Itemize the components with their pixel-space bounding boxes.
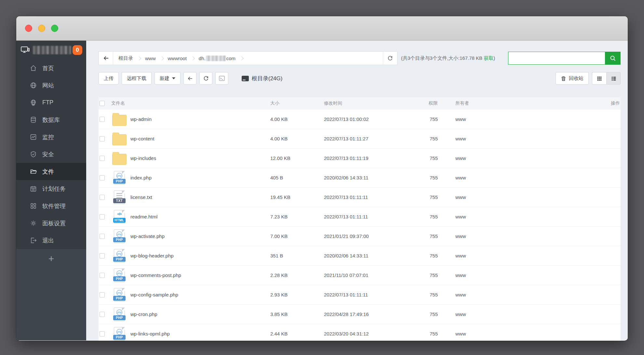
- sidebar-item-logout[interactable]: 退出: [16, 232, 86, 249]
- terminal-button[interactable]: [215, 72, 228, 85]
- breadcrumb-segment-current[interactable]: dh.com: [199, 56, 235, 61]
- file-mtime: 2022/04/28 17:49:16: [324, 311, 422, 317]
- directory-stats: (共3个目录与3个文件,大小:167.78 KB 获取): [401, 55, 495, 61]
- row-checkbox[interactable]: [100, 253, 105, 258]
- list-view-icon: [611, 76, 616, 81]
- row-checkbox[interactable]: [100, 273, 105, 278]
- notification-badge[interactable]: 0: [73, 45, 82, 55]
- file-name[interactable]: wp-admin: [130, 116, 152, 122]
- file-name[interactable]: wp-cron.php: [130, 311, 157, 317]
- header-owner[interactable]: 所有者: [438, 100, 601, 106]
- grid-view-icon: [597, 76, 602, 81]
- grid-view-button[interactable]: [592, 72, 606, 85]
- file-icon: phpPHP: [110, 288, 128, 302]
- row-checkbox[interactable]: [100, 234, 105, 239]
- row-checkbox[interactable]: [100, 156, 105, 161]
- sidebar-item-home[interactable]: 首页: [16, 59, 86, 77]
- file-name[interactable]: index.php: [130, 175, 152, 180]
- file-mtime: 2020/02/06 14:33:11: [324, 253, 422, 258]
- file-name[interactable]: readme.html: [130, 214, 157, 219]
- table-row[interactable]: phpPHP wp-blog-header.php 351 B 2020/02/…: [99, 246, 621, 266]
- header-mtime[interactable]: 修改时间: [324, 100, 422, 106]
- header-filename[interactable]: 文件名: [110, 100, 270, 106]
- view-toggle: [592, 72, 621, 85]
- sidebar-item-gear[interactable]: 面板设置: [16, 215, 86, 232]
- sidebar-item-monitor[interactable]: 监控: [16, 128, 86, 146]
- new-file-dropdown-button[interactable]: 新建: [154, 72, 181, 85]
- file-name[interactable]: wp-config-sample.php: [130, 292, 178, 297]
- list-view-button[interactable]: [606, 72, 621, 85]
- sidebar-item-folder[interactable]: 文件: [16, 163, 86, 180]
- table-row[interactable]: phpPHP wp-activate.php 7.00 KB 2021/01/2…: [99, 227, 621, 246]
- back-button[interactable]: [183, 72, 196, 85]
- table-row[interactable]: phpPHP wp-links-opml.php 2.44 KB 2022/03…: [99, 324, 621, 341]
- row-checkbox[interactable]: [100, 331, 105, 336]
- php-file-icon: phpPHP: [114, 230, 125, 243]
- zoom-window-button[interactable]: [51, 25, 58, 32]
- calc-size-link[interactable]: 获取: [484, 55, 493, 61]
- table-row[interactable]: wp-content 4.00 KB 2022/07/13 01:11:27 7…: [99, 129, 621, 149]
- sidebar-item-database[interactable]: 数据库: [16, 111, 86, 128]
- row-checkbox[interactable]: [100, 292, 105, 297]
- row-checkbox[interactable]: [100, 312, 105, 317]
- select-all-checkbox[interactable]: [100, 101, 105, 106]
- file-mtime: 2022/03/20 04:31:12: [324, 331, 422, 336]
- file-name[interactable]: wp-links-opml.php: [130, 331, 170, 336]
- row-checkbox[interactable]: [100, 136, 105, 141]
- row-checkbox[interactable]: [100, 175, 105, 180]
- minimize-window-button[interactable]: [38, 25, 45, 32]
- header-size[interactable]: 大小: [270, 100, 324, 106]
- sidebar-item-shield[interactable]: 安全: [16, 146, 86, 163]
- row-checkbox[interactable]: [100, 117, 105, 122]
- search-input[interactable]: [508, 52, 605, 64]
- monitor-logo-icon: [21, 46, 30, 54]
- row-checkbox[interactable]: [100, 214, 105, 219]
- recycle-bin-button[interactable]: 回收站: [556, 72, 589, 85]
- table-row[interactable]: phpPHP wp-comments-post.php 2.28 KB 2021…: [99, 266, 621, 285]
- sidebar-item-globe[interactable]: 网站: [16, 77, 86, 94]
- close-window-button[interactable]: [25, 25, 32, 32]
- upload-button[interactable]: 上传: [99, 72, 119, 85]
- file-name[interactable]: wp-includes: [130, 155, 156, 161]
- file-name[interactable]: wp-comments-post.php: [130, 272, 181, 278]
- table-row[interactable]: </>HTML readme.html 7.23 KB 2022/07/13 0…: [99, 207, 621, 227]
- breadcrumb-back-button[interactable]: [99, 52, 113, 65]
- sidebar-item-label: 软件管理: [42, 202, 66, 210]
- root-directory-selector[interactable]: 根目录(24G): [242, 75, 282, 82]
- breadcrumb-refresh-button[interactable]: [383, 52, 397, 65]
- file-name[interactable]: license.txt: [130, 194, 152, 200]
- add-shortcut-button[interactable]: +: [48, 252, 54, 265]
- sidebar-item-calendar[interactable]: 计划任务: [16, 180, 86, 197]
- file-name[interactable]: wp-activate.php: [130, 233, 165, 239]
- breadcrumb-segment[interactable]: www: [145, 56, 156, 61]
- remote-download-button[interactable]: 远程下载: [122, 72, 152, 85]
- breadcrumb-segment[interactable]: wwwroot: [168, 56, 187, 61]
- file-mtime: 2021/11/10 07:07:01: [324, 272, 422, 278]
- home-icon: [30, 65, 37, 72]
- refresh-button[interactable]: [199, 72, 212, 85]
- sidebar-item-ftp[interactable]: FTP: [16, 94, 86, 111]
- row-checkbox[interactable]: [100, 195, 105, 200]
- table-row[interactable]: wp-includes 12.00 KB 2022/07/13 01:11:19…: [99, 149, 621, 168]
- html-file-icon: </>HTML: [114, 210, 125, 224]
- file-permission: 755: [422, 116, 438, 122]
- header-permission[interactable]: 权限: [422, 100, 438, 106]
- table-row[interactable]: phpPHP index.php 405 B 2020/02/06 14:33:…: [99, 168, 621, 188]
- table-row[interactable]: phpPHP wp-config-sample.php 2.93 KB 2022…: [99, 285, 621, 305]
- file-mtime: 2022/07/13 01:11:11: [324, 214, 422, 219]
- sidebar-item-label: 退出: [42, 237, 54, 244]
- table-row[interactable]: wp-admin 4.00 KB 2022/07/13 01:00:02 755…: [99, 110, 621, 129]
- file-mtime: 2022/07/13 01:11:11: [324, 292, 422, 297]
- file-name[interactable]: wp-content: [130, 136, 154, 141]
- file-owner: www: [438, 175, 601, 180]
- search-button[interactable]: [605, 52, 620, 64]
- file-name[interactable]: wp-blog-header.php: [130, 253, 174, 258]
- panel-logo[interactable]: 0: [16, 41, 86, 59]
- breadcrumb-segment[interactable]: 根目录: [118, 55, 133, 61]
- table-row[interactable]: phpPHP wp-cron.php 3.85 KB 2022/04/28 17…: [99, 305, 621, 324]
- file-size: 2.28 KB: [270, 272, 324, 278]
- globe-icon: [30, 82, 37, 89]
- file-mtime: 2022/07/13 01:11:11: [324, 194, 422, 200]
- table-row[interactable]: TXT license.txt 19.45 KB 2022/07/13 01:1…: [99, 188, 621, 207]
- sidebar-item-apps[interactable]: 软件管理: [16, 197, 86, 215]
